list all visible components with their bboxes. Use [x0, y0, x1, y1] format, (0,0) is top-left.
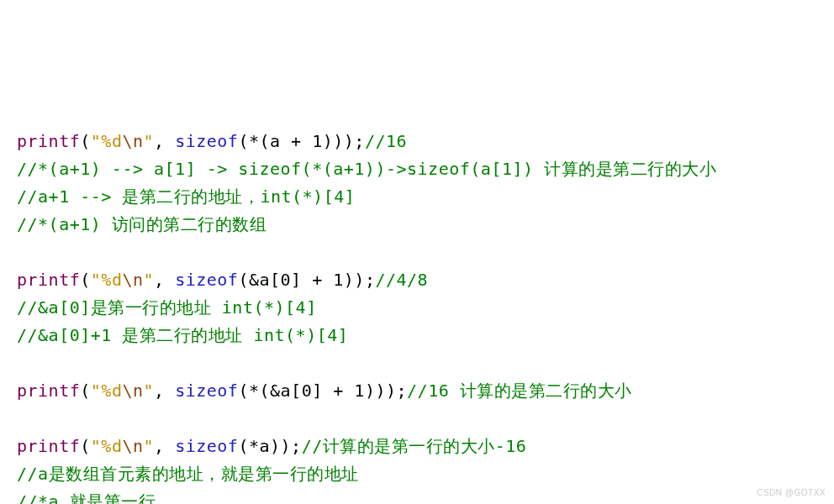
code-segment: //16 计算的是第二行的大小: [407, 381, 632, 401]
code-segment: ": [144, 270, 155, 290]
code-line: printf("%d\n", sizeof(*(a + 1)));//16: [17, 128, 817, 155]
code-line: [17, 405, 817, 433]
code-segment: ,: [154, 131, 175, 151]
code-segment: //a是数组首元素的地址，就是第一行的地址: [17, 464, 359, 484]
code-segment: [17, 353, 28, 373]
code-segment: "%d: [91, 436, 123, 456]
code-line: //a是数组首元素的地址，就是第一行的地址: [17, 460, 817, 488]
code-segment: //a+1 --> 是第二行的地址，int(*)[4]: [17, 186, 355, 207]
code-line: printf("%d\n", sizeof(&a[0] + 1));//4/8: [17, 266, 817, 294]
code-line: //a+1 --> 是第二行的地址，int(*)[4]: [17, 183, 817, 211]
code-segment: [17, 242, 28, 262]
code-segment: //*a 就是第一行: [17, 491, 156, 504]
code-segment: [17, 408, 28, 428]
code-segment: (: [80, 436, 91, 456]
code-segment: //*(a+1) --> a[1] -> sizeof(*(a+1))->siz…: [17, 159, 716, 179]
code-segment: \n: [122, 131, 143, 151]
code-segment: "%d: [91, 381, 123, 401]
code-segment: sizeof: [175, 270, 238, 290]
code-segment: (*(&a[0] + 1)));: [238, 381, 407, 401]
code-line: //&a[0]是第一行的地址 int(*)[4]: [17, 294, 817, 322]
code-segment: ": [144, 381, 155, 401]
code-segment: printf: [17, 381, 80, 401]
code-segment: \n: [122, 381, 143, 401]
code-segment: //*(a+1) 访问的第二行的数组: [17, 214, 267, 234]
code-line: [17, 349, 817, 377]
code-segment: ,: [154, 381, 175, 401]
code-segment: //4/8: [375, 270, 428, 290]
code-segment: \n: [122, 270, 143, 290]
code-line: printf("%d\n", sizeof(*a));//计算的是第一行的大小-…: [17, 433, 817, 460]
code-segment: //&a[0]+1 是第二行的地址 int(*)[4]: [17, 325, 348, 345]
code-segment: (: [80, 131, 91, 151]
code-segment: //&a[0]是第一行的地址 int(*)[4]: [17, 297, 317, 318]
code-line: //&a[0]+1 是第二行的地址 int(*)[4]: [17, 322, 817, 349]
code-line: //*a 就是第一行: [17, 488, 817, 504]
code-segment: printf: [17, 270, 80, 290]
code-segment: (: [80, 381, 91, 401]
code-segment: \n: [122, 436, 143, 456]
code-segment: //16: [365, 131, 407, 151]
code-segment: (*a));: [238, 436, 301, 456]
code-segment: sizeof: [175, 436, 238, 456]
code-segment: "%d: [91, 131, 123, 151]
code-segment: ,: [154, 436, 175, 456]
code-segment: sizeof: [175, 381, 238, 401]
code-segment: sizeof: [175, 131, 238, 151]
code-segment: printf: [17, 436, 80, 456]
code-segment: //计算的是第一行的大小-16: [302, 436, 527, 456]
code-segment: (&a[0] + 1));: [238, 270, 375, 290]
code-line: //*(a+1) 访问的第二行的数组: [17, 211, 817, 239]
watermark: CSDN @GOTXX: [757, 486, 826, 501]
code-line: //*(a+1) --> a[1] -> sizeof(*(a+1))->siz…: [17, 155, 817, 183]
code-segment: printf: [17, 131, 80, 151]
code-segment: (: [80, 270, 91, 290]
code-segment: ": [144, 131, 155, 151]
code-line: printf("%d\n", sizeof(*(&a[0] + 1)));//1…: [17, 377, 817, 405]
code-segment: ,: [154, 270, 175, 290]
code-segment: (*(a + 1)));: [238, 131, 365, 151]
code-segment: ": [144, 436, 155, 456]
code-line: [17, 239, 817, 266]
code-block: printf("%d\n", sizeof(*(a + 1)));//16//*…: [17, 128, 817, 504]
code-segment: "%d: [91, 270, 123, 290]
